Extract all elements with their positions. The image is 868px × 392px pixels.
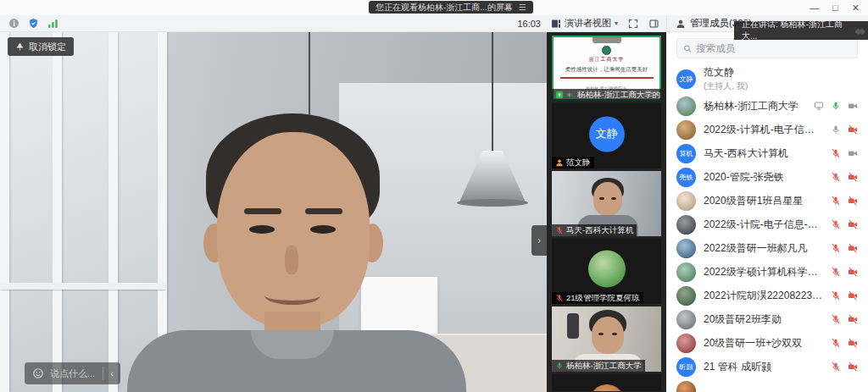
avatar <box>676 97 696 116</box>
member-row[interactable]: 20级普研一班+沙双双 <box>666 331 868 355</box>
mic-off-icon <box>555 294 564 302</box>
minimize-button[interactable]: — <box>810 2 819 14</box>
person-eye <box>599 197 604 200</box>
close-button[interactable]: ✕ <box>852 2 860 14</box>
cam-off-icon[interactable] <box>848 362 858 372</box>
office-chair <box>567 313 579 339</box>
cam-off-icon[interactable] <box>848 124 858 135</box>
cam-off-icon[interactable] <box>848 267 858 277</box>
member-row[interactable]: 文静 范文静 (主持人, 我) <box>666 63 868 94</box>
member-text: 2022级学硕计算机科学与技术-吴腾 <box>704 265 823 279</box>
mic-off-icon[interactable] <box>831 362 841 372</box>
university-logo-icon <box>602 46 611 55</box>
screen-gray-icon[interactable] <box>814 101 824 111</box>
mic-off-icon[interactable] <box>831 148 841 158</box>
member-text: 2022计院胡淏22208223087 <box>704 289 823 303</box>
mic-off-icon[interactable] <box>831 219 841 229</box>
mic-green-icon[interactable] <box>831 101 841 111</box>
security-shield-icon[interactable] <box>28 18 39 29</box>
member-text: 2020级普研1班吕星星 <box>704 194 823 208</box>
cam-off-icon[interactable] <box>848 196 858 206</box>
avatar <box>676 286 696 306</box>
member-search-input[interactable] <box>696 43 851 53</box>
thumbnail-participant-partial[interactable] <box>552 374 661 391</box>
chat-collapse-button[interactable]: ‹ <box>103 368 120 378</box>
member-name: 20级普研2班李勋 <box>704 312 823 327</box>
mic-off-icon <box>555 226 564 235</box>
mic-off-icon[interactable] <box>831 243 841 253</box>
info-icon[interactable] <box>8 18 19 29</box>
thumbnail-participant[interactable]: 21级管理学院夏何琼 <box>552 239 661 304</box>
slide-divider <box>560 77 654 79</box>
thumbnail-participant-speaking[interactable]: 杨柏林-浙江工商大学 <box>552 306 661 372</box>
maximize-button[interactable]: □ <box>832 2 838 14</box>
avatar <box>676 334 696 353</box>
speaker-video-person <box>0 32 547 392</box>
cam-gray-icon[interactable] <box>848 101 858 111</box>
thumbnail-label: 范文静 <box>552 157 594 168</box>
mic-off-icon[interactable] <box>831 338 841 348</box>
member-row[interactable]: 2022级学硕计算机科学与技术-吴腾 <box>666 260 868 284</box>
cam-off-icon[interactable] <box>848 243 858 253</box>
emoji-icon[interactable] <box>32 367 44 379</box>
mic-off-icon[interactable] <box>831 290 841 301</box>
thumbnail-strip: 浙江工商大学 柔性感性设计，让乘驾生活更美好 杨柏林 博士/教授/院长 杨柏林-… <box>547 32 666 392</box>
member-status-icons <box>831 314 858 324</box>
member-name: 2020级普研1班吕星星 <box>704 194 823 208</box>
fullscreen-icon[interactable] <box>628 19 638 29</box>
cam-off-icon[interactable] <box>848 290 858 301</box>
banner-menu-icon[interactable]: ☰ <box>519 3 526 12</box>
member-row[interactable]: 2020级普研1班吕星星 <box>666 189 868 213</box>
thumbnail-panel-toggle[interactable]: › <box>531 225 547 256</box>
thumbnail-screen-share[interactable]: 浙江工商大学 柔性感性设计，让乘驾生活更美好 杨柏林 博士/教授/院长 杨柏林-… <box>552 36 661 101</box>
member-name: 2020-管院-张尧铁 <box>704 170 823 185</box>
thumbnail-label: 21级管理学院夏何琼 <box>552 292 643 304</box>
thumbnail-participant[interactable]: 文静 范文静 <box>552 103 661 168</box>
member-text: 2020-管院-张尧铁 <box>704 170 823 185</box>
member-role: (主持人, 我) <box>704 80 850 92</box>
member-name: 杨柏林-浙江工商大学 <box>704 99 806 113</box>
chat-input[interactable]: 说点什么... <box>50 367 95 380</box>
network-signal-icon[interactable] <box>47 19 59 29</box>
side-panel-toggle-icon[interactable] <box>648 19 659 29</box>
unpin-button[interactable]: 取消锁定 <box>8 37 74 56</box>
member-text: 范文静 (主持人, 我) <box>704 65 850 92</box>
mic-gray-icon[interactable] <box>831 124 841 135</box>
member-name: 2022级普研一班郝凡凡 <box>704 241 823 256</box>
member-row[interactable]: 20级普研2班李勋 <box>666 307 868 331</box>
member-text: 20级普研2班李勋 <box>704 312 823 327</box>
slide-top-tab <box>593 37 621 43</box>
member-status-icons <box>831 338 858 348</box>
member-row[interactable]: 昕颢 21 管科 成昕颢 <box>666 355 868 378</box>
cam-off-icon[interactable] <box>848 172 858 182</box>
member-text: 杨柏林-浙江工商大学 <box>704 99 806 113</box>
main-video-stage: 取消锁定 说点什么... ‹ › <box>0 32 547 392</box>
member-row[interactable]: 尧铁 2020-管院-张尧铁 <box>666 165 868 189</box>
thumbnail-label: 马天-西科大计算机 <box>552 224 637 236</box>
member-text: 21 管科 成昕颢 <box>704 360 823 374</box>
mic-off-icon[interactable] <box>831 267 841 277</box>
member-row[interactable]: 2022级-计院-电子信息-于巍 <box>666 213 868 236</box>
cam-off-icon[interactable] <box>848 338 858 348</box>
mic-off-icon[interactable] <box>831 172 841 182</box>
member-row[interactable]: 算机 马天-西科大计算机 <box>666 141 868 165</box>
cam-off-icon[interactable] <box>848 314 858 324</box>
person-eye <box>310 225 336 234</box>
mic-off-icon[interactable] <box>831 196 841 206</box>
member-row[interactable]: 杨柏林-浙江工商大学 <box>666 94 868 118</box>
member-row[interactable] <box>666 378 868 392</box>
meeting-time: 16:03 <box>517 19 541 29</box>
cam-gray-icon[interactable] <box>848 148 858 158</box>
member-list: 文静 范文静 (主持人, 我) 杨柏林-浙江工商大学 2022级-计算机-电子信… <box>666 63 868 392</box>
member-row[interactable]: 2022级-计算机-电子信息-安宇龙 <box>666 118 868 141</box>
person-brow <box>305 208 342 214</box>
view-mode-selector[interactable]: 演讲者视图 ▾ <box>551 17 618 30</box>
speaking-toast-text: 正在讲话: 杨柏林-浙江工商大... <box>742 19 855 42</box>
avatar-photo <box>590 384 624 391</box>
member-row[interactable]: 2022级普研一班郝凡凡 <box>666 236 868 260</box>
member-status-icons <box>831 267 858 277</box>
mic-off-icon[interactable] <box>831 314 841 324</box>
member-row[interactable]: 2022计院胡淏22208223087 <box>666 284 868 307</box>
cam-off-icon[interactable] <box>848 219 858 229</box>
thumbnail-participant[interactable]: 马天-西科大计算机 <box>552 171 661 236</box>
